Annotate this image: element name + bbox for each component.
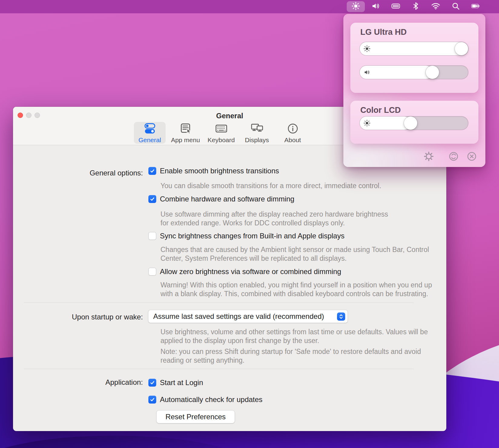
option-label: Allow zero brightness via software or co… xyxy=(160,267,341,276)
slider-knob[interactable] xyxy=(455,42,468,55)
display-name: LG Ultra HD xyxy=(360,28,407,37)
display-card-lg-ultra-hd: LG Ultra HD xyxy=(350,23,478,93)
tab-displays[interactable]: Displays xyxy=(241,122,273,144)
option-label: Combine hardware and software dimming xyxy=(160,195,294,203)
keyboard-icon xyxy=(215,122,228,136)
option-row-auto-updates: Automatically check for updates xyxy=(148,395,263,404)
menu-bar xyxy=(0,0,499,13)
slider-fill xyxy=(360,42,468,55)
tab-label: Keyboard xyxy=(208,136,235,144)
search-icon xyxy=(451,2,460,11)
option-label: Sync brightness changes from Built-in an… xyxy=(160,232,345,240)
checkbox-start-at-login[interactable] xyxy=(148,379,156,387)
option-label: Automatically check for updates xyxy=(160,395,263,404)
keyboard-brightness-icon xyxy=(391,2,400,11)
tab-app-menu[interactable]: App menu xyxy=(170,122,201,144)
section-divider xyxy=(24,369,414,369)
reset-preferences-button[interactable]: Reset Preferences xyxy=(157,410,235,423)
settings-gear-icon[interactable] xyxy=(424,151,434,162)
menubar-volume-item[interactable] xyxy=(366,0,386,13)
menubar-bluetooth-item[interactable] xyxy=(406,0,426,13)
tab-general[interactable]: General xyxy=(134,122,166,144)
app-menu-icon xyxy=(179,122,192,136)
option-row-combine-dimming: Combine hardware and software dimming xyxy=(148,195,294,204)
tab-label: App menu xyxy=(171,136,200,144)
display-control-popup: LG Ultra HD Color LCD xyxy=(343,14,485,167)
bluetooth-icon xyxy=(411,2,420,11)
option-row-start-at-login: Start at Login xyxy=(148,378,203,387)
option-caption: Warning! With this option enabled, you m… xyxy=(160,281,432,298)
checkbox-allow-zero-brightness[interactable] xyxy=(148,268,156,276)
volume-slider[interactable] xyxy=(360,66,468,79)
menubar-battery-item[interactable] xyxy=(466,0,486,13)
checkbox-sync-brightness[interactable] xyxy=(148,232,156,240)
brightness-icon xyxy=(363,45,371,52)
display-card-color-lcd: Color LCD xyxy=(350,101,478,144)
section-divider xyxy=(24,302,414,303)
startup-label: Upon startup or wake: xyxy=(13,313,143,321)
tab-label: General xyxy=(138,136,161,144)
brightness-slider[interactable] xyxy=(360,42,468,55)
startup-caption: Use brightness, volume and other setting… xyxy=(160,328,428,345)
displays-icon xyxy=(251,122,263,136)
menubar-wifi-item[interactable] xyxy=(426,0,446,13)
tab-about[interactable]: About xyxy=(277,122,309,144)
checkbox-auto-updates[interactable] xyxy=(148,396,156,404)
tab-label: About xyxy=(284,136,301,144)
option-caption: You can disable smooth transitions for a… xyxy=(160,181,381,190)
display-name: Color LCD xyxy=(360,106,401,115)
slider-knob[interactable] xyxy=(426,66,439,79)
menubar-search-item[interactable] xyxy=(446,0,466,13)
checkbox-combine-dimming[interactable] xyxy=(148,195,156,203)
application-label: Application: xyxy=(13,378,143,387)
tab-label: Displays xyxy=(245,136,269,144)
brightness-icon xyxy=(363,119,371,127)
checkbox-smooth-transitions[interactable] xyxy=(148,167,156,175)
menubar-keyboard-brightness-item[interactable] xyxy=(386,0,406,13)
brightness-icon xyxy=(351,2,360,11)
option-label: Enable smooth brightness transitions xyxy=(160,167,279,175)
battery-charging-icon xyxy=(471,2,480,11)
volume-icon xyxy=(363,69,371,76)
general-options-label: General options: xyxy=(13,169,143,177)
volume-icon xyxy=(371,2,380,11)
slider-knob[interactable] xyxy=(404,116,417,130)
refresh-icon[interactable] xyxy=(448,151,459,162)
menu-bar-status-icons xyxy=(346,0,486,13)
startup-note: Note: you can press Shift during startup… xyxy=(160,347,421,365)
option-label: Start at Login xyxy=(160,378,203,387)
option-caption: Use software dimming after the display r… xyxy=(160,210,388,227)
option-row-sync-brightness: Sync brightness changes from Built-in an… xyxy=(148,231,345,240)
startup-dropdown-value: Assume last saved settings are valid (re… xyxy=(153,312,324,321)
wifi-icon xyxy=(431,2,440,11)
option-row-smooth-transitions: Enable smooth brightness transitions xyxy=(148,166,279,175)
tab-keyboard[interactable]: Keyboard xyxy=(205,122,237,144)
brightness-slider[interactable] xyxy=(360,116,468,130)
close-icon[interactable] xyxy=(467,151,477,162)
info-icon xyxy=(286,122,299,136)
menubar-display-brightness-item[interactable] xyxy=(346,0,366,13)
general-toggles-icon xyxy=(144,122,156,136)
dropdown-stepper-icon xyxy=(337,312,345,321)
startup-dropdown[interactable]: Assume last saved settings are valid (re… xyxy=(148,310,348,323)
option-row-allow-zero-brightness: Allow zero brightness via software or co… xyxy=(148,267,341,276)
popup-action-buttons xyxy=(424,151,477,162)
option-caption: Changes that are caused by the Ambient l… xyxy=(160,245,429,263)
